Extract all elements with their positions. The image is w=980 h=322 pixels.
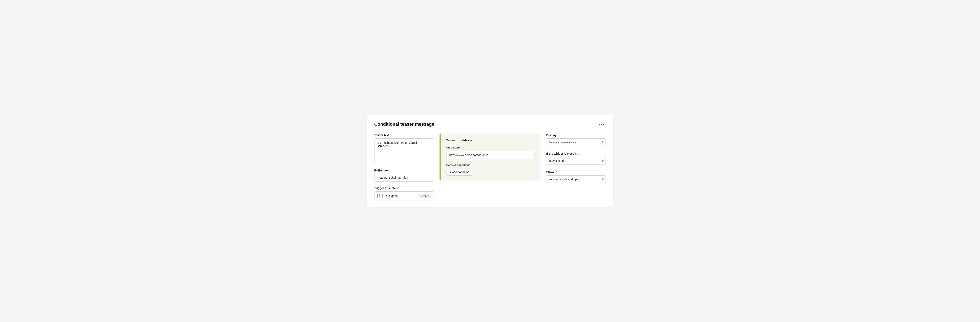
intent-icon xyxy=(377,194,383,198)
show-in-label: Show in ... xyxy=(546,171,606,174)
widget-closed-label: If the widget is closed ... xyxy=(546,152,606,155)
middle-column: Teaser conditions Url pattern Context co… xyxy=(439,134,541,180)
show-in-select-wrapper: minified mode and open ... xyxy=(546,175,606,183)
url-pattern-label: Url pattern xyxy=(446,146,535,149)
right-column: Display ... before conversations If the … xyxy=(546,134,606,183)
teaser-text-input[interactable]: Du möchtest Dein Paket zurück schicken? xyxy=(374,139,434,163)
widget-closed-field: If the widget is closed ... stay closed xyxy=(546,152,606,165)
url-pattern-section: Url pattern xyxy=(446,146,535,159)
page-title: Conditional teaser message xyxy=(374,121,434,127)
svg-rect-0 xyxy=(379,194,380,196)
add-condition-button[interactable]: + add condition xyxy=(446,169,473,175)
trigger-intent-label: Trigger this intent xyxy=(374,187,434,190)
conditional-teaser-card: Conditional teaser message ••• Teaser te… xyxy=(367,115,613,207)
widget-closed-select-wrapper: stay closed xyxy=(546,157,606,165)
card-header: Conditional teaser message ••• xyxy=(374,121,606,128)
main-layout: Teaser text Du möchtest Dein Paket zurüc… xyxy=(374,134,606,201)
trigger-intent-field: Trigger this intent Rückgabe Retoure xyxy=(374,187,434,201)
teaser-text-label: Teaser text xyxy=(374,134,434,137)
display-select-wrapper: before conversations xyxy=(546,139,606,146)
display-field: Display ... before conversations xyxy=(546,134,606,146)
widget-closed-select[interactable]: stay closed xyxy=(546,157,606,165)
button-text-label: Button text xyxy=(374,169,434,172)
button-text-input[interactable] xyxy=(374,174,434,182)
show-in-select[interactable]: minified mode and open ... xyxy=(546,175,606,183)
url-pattern-input[interactable] xyxy=(446,151,535,159)
more-options-button[interactable]: ••• xyxy=(597,121,606,128)
context-conditions-section: Context conditions + add condition xyxy=(446,163,535,175)
teaser-conditions-title: Teaser conditions xyxy=(446,139,535,142)
intent-tag: Retoure xyxy=(418,194,431,198)
teaser-text-field: Teaser text Du möchtest Dein Paket zurüc… xyxy=(374,134,434,164)
intent-name: Rückgabe xyxy=(385,194,416,198)
button-text-field: Button text xyxy=(374,169,434,182)
display-select[interactable]: before conversations xyxy=(546,139,606,146)
context-conditions-label: Context conditions xyxy=(446,163,535,167)
display-label: Display ... xyxy=(546,134,606,137)
show-in-field: Show in ... minified mode and open ... xyxy=(546,171,606,183)
intent-selector-button[interactable]: Rückgabe Retoure xyxy=(374,191,434,201)
left-column: Teaser text Du möchtest Dein Paket zurüc… xyxy=(374,134,434,201)
